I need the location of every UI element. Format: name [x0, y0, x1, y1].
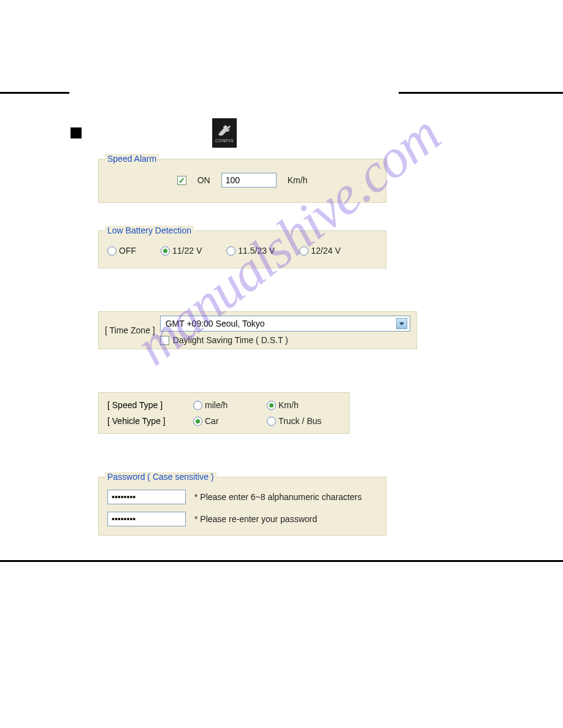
- vehicle-type-label-car: Car: [205, 416, 219, 426]
- time-zone-selected: GMT +09:00 Seoul, Tokyo: [166, 319, 265, 328]
- low-battery-panel: Low Battery Detection OFF 11/22 V 11.5/2…: [98, 230, 386, 268]
- speed-vehicle-panel: [ Speed Type ] mile/h Km/h [ Vehicle Typ…: [98, 392, 350, 434]
- low-battery-title: Low Battery Detection: [105, 226, 194, 235]
- low-battery-radio-11-22[interactable]: [161, 246, 170, 256]
- dst-checkbox[interactable]: [160, 336, 169, 345]
- speed-alarm-title: Speed Alarm: [105, 154, 159, 164]
- bullet-square: [71, 127, 82, 138]
- speed-alarm-on-checkbox[interactable]: [177, 176, 186, 185]
- speed-type-label: [ Speed Type ]: [107, 400, 181, 410]
- password-input-1[interactable]: [107, 490, 186, 504]
- speed-type-label-mileh: mile/h: [205, 400, 228, 410]
- password-hint-1: * Please enter 6~8 alphanumeric characte…: [194, 492, 362, 502]
- password-input-2[interactable]: [107, 512, 186, 526]
- speed-alarm-panel: Speed Alarm ON Km/h: [98, 159, 386, 203]
- speed-alarm-on-label: ON: [197, 175, 210, 185]
- vehicle-type-radio-truckbus[interactable]: [267, 417, 276, 426]
- top-divider: [0, 92, 563, 94]
- low-battery-radio-off[interactable]: [107, 246, 117, 256]
- low-battery-label-12-24: 12/24 V: [311, 246, 340, 256]
- chevron-down-icon: [396, 318, 407, 329]
- low-battery-label-off: OFF: [119, 246, 136, 256]
- time-zone-select[interactable]: GMT +09:00 Seoul, Tokyo: [160, 316, 410, 332]
- low-battery-label-11-22: 11/22 V: [172, 246, 202, 256]
- password-panel: Password ( Case sensitive ) * Please ent…: [98, 477, 386, 536]
- speed-type-label-kmh: Km/h: [278, 400, 299, 410]
- vehicle-type-radio-car[interactable]: [193, 417, 202, 426]
- config-icon-label: CONFIG: [215, 138, 234, 143]
- speed-type-radio-mileh[interactable]: [193, 401, 202, 410]
- speed-type-radio-kmh[interactable]: [267, 401, 276, 410]
- time-zone-label: [ Time Zone ]: [105, 325, 155, 335]
- password-hint-2: * Please re-enter your password: [194, 514, 317, 524]
- bottom-divider: [0, 560, 563, 562]
- low-battery-radio-12-24[interactable]: [299, 246, 308, 256]
- low-battery-label-11-5-23: 11.5/23 V: [238, 246, 275, 256]
- password-title: Password ( Case sensitive ): [105, 472, 216, 482]
- time-zone-panel: [ Time Zone ] GMT +09:00 Seoul, Tokyo Da…: [98, 311, 417, 349]
- speed-alarm-unit: Km/h: [288, 175, 308, 185]
- speed-alarm-value-input[interactable]: [221, 173, 277, 188]
- dst-label: Daylight Saving Time ( D.S.T ): [173, 335, 288, 345]
- low-battery-radio-11-5-23[interactable]: [226, 246, 236, 256]
- vehicle-type-label-truckbus: Truck / Bus: [278, 416, 321, 426]
- vehicle-type-label: [ Vehicle Type ]: [107, 416, 181, 426]
- config-icon: CONFIG: [212, 118, 237, 148]
- tools-icon: [218, 124, 231, 137]
